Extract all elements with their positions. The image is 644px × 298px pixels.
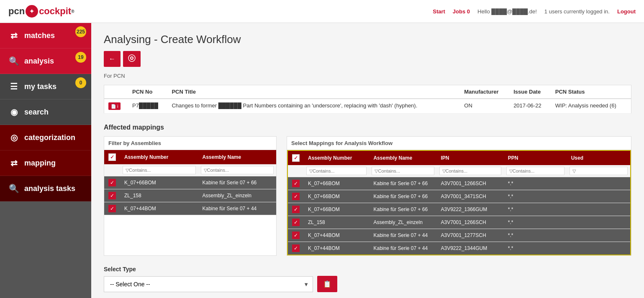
analysis-badge: 19 bbox=[75, 52, 86, 63]
checkbox-2[interactable]: ✓ bbox=[108, 205, 116, 212]
right-filter-number-input[interactable] bbox=[306, 167, 367, 175]
workflow-button[interactable] bbox=[123, 51, 141, 67]
right-col-check: ✓ bbox=[287, 150, 304, 165]
search-icon: ◉ bbox=[8, 107, 19, 117]
right-table-row[interactable]: ✓ K_07+66BOM Kabine für Serie 07 + 66 A3… bbox=[287, 177, 631, 190]
select-type-label: Select Type bbox=[104, 266, 631, 273]
left-row-name-1: Assembly_ZL_einzeln bbox=[198, 189, 277, 202]
checkbox-0[interactable]: ✓ bbox=[108, 179, 116, 186]
sidebar-item-search[interactable]: ◉ search bbox=[0, 99, 91, 125]
left-row-check-2: ✓ bbox=[104, 202, 120, 215]
right-row-used-0 bbox=[567, 177, 631, 190]
pcn-col-icon bbox=[104, 85, 128, 99]
hello-text: Hello ████@████.de! bbox=[477, 8, 537, 15]
right-row-ipn-0: A3V7001_1266SCH bbox=[437, 177, 504, 190]
right-checkbox-0[interactable]: ✓ bbox=[292, 180, 300, 187]
right-row-used-2 bbox=[567, 203, 631, 216]
right-checkbox-2[interactable]: ✓ bbox=[292, 206, 300, 213]
right-filter-ipn-cell bbox=[437, 165, 504, 177]
pcn-col-status: PCN Status bbox=[551, 85, 631, 99]
right-row-ipn-5: A3V9222_1344GUM bbox=[437, 242, 504, 255]
left-filter-check-cell bbox=[104, 164, 120, 176]
right-filter-check-cell bbox=[287, 165, 304, 177]
right-checkbox-4[interactable]: ✓ bbox=[292, 232, 300, 239]
right-row-ppn-2: *.* bbox=[504, 203, 567, 216]
logout-link[interactable]: Logout bbox=[617, 8, 636, 15]
right-row-used-3 bbox=[567, 216, 631, 229]
sidebar-label-mapping: mapping bbox=[24, 159, 56, 168]
right-row-ppn-1: *.* bbox=[504, 190, 567, 203]
logo-dot bbox=[26, 5, 38, 18]
sidebar-label-analysis-tasks: analysis tasks bbox=[24, 184, 75, 193]
right-row-number-0: K_07+66BOM bbox=[304, 177, 369, 190]
matches-icon: ⇄ bbox=[8, 31, 19, 41]
logo-pcn-text: pcn bbox=[8, 6, 25, 17]
checkbox-1[interactable]: ✓ bbox=[108, 192, 116, 199]
sidebar-label-matches: matches bbox=[24, 31, 55, 40]
right-table-row[interactable]: ✓ K_07+44BOM Kabine für Serie 07 + 44 A3… bbox=[287, 229, 631, 242]
left-header-checkbox[interactable]: ✓ bbox=[108, 153, 116, 161]
right-row-used-5 bbox=[567, 242, 631, 255]
left-col-check: ✓ bbox=[104, 150, 120, 164]
sidebar-item-analysis[interactable]: 🔍 analysis 19 bbox=[0, 48, 91, 74]
type-select[interactable]: -- Select One -- bbox=[104, 276, 313, 292]
right-table-row[interactable]: ✓ ZL_158 Assembly_ZL_einzeln A3V7001_126… bbox=[287, 216, 631, 229]
run-button[interactable]: 📋 bbox=[317, 276, 337, 292]
pcn-icon-box: 📄 i bbox=[108, 102, 121, 110]
right-row-ipn-3: A3V7001_1266SCH bbox=[437, 216, 504, 229]
right-row-ipn-1: A3V7001_3471SCH bbox=[437, 190, 504, 203]
left-table-row[interactable]: ✓ K_07+44BOM Kabine für Serie 07 + 44 bbox=[104, 202, 276, 215]
right-filter-used-input[interactable] bbox=[570, 167, 628, 175]
left-table-row[interactable]: ✓ ZL_158 Assembly_ZL_einzeln bbox=[104, 189, 276, 202]
left-filter-name-input[interactable] bbox=[201, 166, 274, 174]
sidebar-label-categorization: categorization bbox=[24, 133, 75, 142]
right-filter-row bbox=[287, 165, 631, 177]
right-mapping-panel: Select Mappings for Analysis Workflow ✓ … bbox=[287, 136, 631, 256]
sidebar-label-my-tasks: my tasks bbox=[24, 82, 56, 91]
right-col-assembly-number: Assembly Number bbox=[304, 150, 369, 165]
left-filter-number-input[interactable] bbox=[123, 166, 196, 174]
right-assembly-table: ✓ Assembly Number Assembly Name IPN PPN … bbox=[287, 150, 631, 255]
left-row-number-2: K_07+44BOM bbox=[120, 202, 198, 215]
left-panel-title: Filter by Assemblies bbox=[104, 137, 276, 150]
right-row-ppn-5: *.* bbox=[504, 242, 567, 255]
sidebar-item-my-tasks[interactable]: ☰ my tasks 0 bbox=[0, 74, 91, 99]
right-checkbox-3[interactable]: ✓ bbox=[292, 219, 300, 226]
analysis-icon: 🔍 bbox=[8, 56, 19, 66]
jobs-link[interactable]: Jobs 0 bbox=[453, 8, 470, 15]
right-row-name-1: Kabine für Serie 07 + 66 bbox=[369, 190, 436, 203]
sidebar-item-mapping[interactable]: ⇄ mapping bbox=[0, 150, 91, 176]
logo-cockpit-text: cockpit bbox=[39, 6, 71, 17]
left-table-row[interactable]: ✓ K_07+66BOM Kabine für Serie 07 + 66 bbox=[104, 176, 276, 189]
sidebar-item-matches[interactable]: ⇄ matches 225 bbox=[0, 23, 91, 48]
right-header-checkbox[interactable]: ✓ bbox=[292, 154, 300, 162]
sidebar-label-analysis: analysis bbox=[24, 57, 54, 66]
right-filter-ipn-input[interactable] bbox=[439, 167, 501, 175]
right-row-number-5: K_07+44BOM bbox=[304, 242, 369, 255]
select-type-section: Select Type -- Select One -- ▼ 📋 bbox=[104, 266, 631, 292]
start-link[interactable]: Start bbox=[433, 8, 445, 15]
right-checkbox-1[interactable]: ✓ bbox=[292, 193, 300, 200]
right-table-row[interactable]: ✓ K_07+44BOM Kabine für Serie 07 + 44 A3… bbox=[287, 242, 631, 255]
right-table-row[interactable]: ✓ K_07+66BOM Kabine für Serie 07 + 66 A3… bbox=[287, 203, 631, 216]
right-table-row[interactable]: ✓ K_07+66BOM Kabine für Serie 07 + 66 A3… bbox=[287, 190, 631, 203]
sidebar-item-analysis-tasks[interactable]: 🔍 analysis tasks bbox=[0, 176, 91, 201]
right-checkbox-5[interactable]: ✓ bbox=[292, 245, 300, 252]
my-tasks-badge: 0 bbox=[75, 77, 86, 88]
categorization-icon: ◎ bbox=[8, 132, 19, 143]
svg-point-2 bbox=[131, 57, 133, 59]
pcn-no: P7█████ bbox=[128, 99, 167, 114]
left-filter-name-cell bbox=[198, 164, 277, 176]
right-filter-ppn-input[interactable] bbox=[506, 167, 564, 175]
right-row-number-3: ZL_158 bbox=[304, 216, 369, 229]
top-nav-right: Start Jobs 0 Hello ████@████.de! 1 users… bbox=[433, 8, 636, 15]
matches-badge: 225 bbox=[75, 26, 86, 37]
pcn-col-no: PCN No bbox=[128, 85, 167, 99]
right-filter-name-input[interactable] bbox=[372, 167, 434, 175]
pcn-date: 2017-06-22 bbox=[509, 99, 551, 114]
logo-trademark: ® bbox=[71, 9, 74, 14]
right-row-number-1: K_07+66BOM bbox=[304, 190, 369, 203]
back-button[interactable]: ← bbox=[104, 51, 121, 67]
sidebar-item-categorization[interactable]: ◎ categorization bbox=[0, 125, 91, 150]
affected-mappings-title: Affected mappings bbox=[104, 124, 631, 131]
